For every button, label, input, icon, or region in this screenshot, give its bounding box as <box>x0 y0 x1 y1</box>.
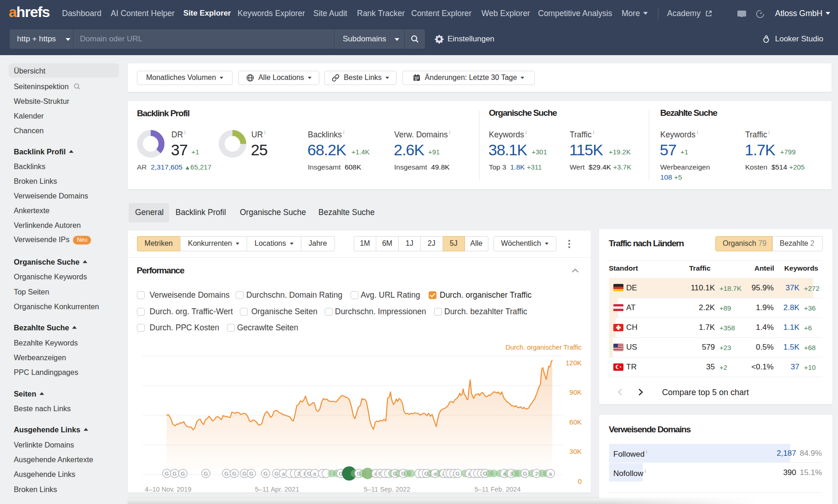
svg-text:G: G <box>225 470 229 476</box>
svg-text:G: G <box>249 470 254 476</box>
svg-text:G: G <box>264 470 268 476</box>
svg-text:a: a <box>313 470 317 476</box>
svg-text:G: G <box>275 470 279 476</box>
svg-text:G: G <box>165 470 169 476</box>
svg-text:G: G <box>243 470 247 476</box>
svg-text:G: G <box>523 470 527 476</box>
svg-text:i: i <box>304 470 305 476</box>
svg-text:G: G <box>456 470 460 476</box>
svg-text:G: G <box>181 470 185 476</box>
svg-text:G: G <box>232 470 237 476</box>
svg-text:2: 2 <box>535 470 538 476</box>
svg-text:G: G <box>173 470 177 476</box>
svg-text:G: G <box>204 470 208 476</box>
svg-text:a: a <box>282 470 285 476</box>
svg-text:a: a <box>549 470 552 476</box>
